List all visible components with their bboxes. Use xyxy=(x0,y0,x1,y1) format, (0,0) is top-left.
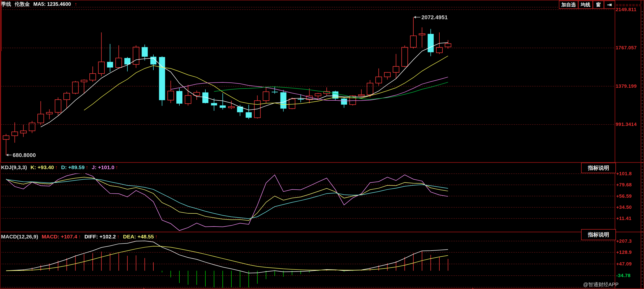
macd-diff-arrow-icon: ↑ xyxy=(117,234,120,240)
macd-indicator-help-label: 指标说明 xyxy=(588,231,609,238)
kdj-header: KDJ(9,3,3) K: +93.40 ↑ D: +89.59 ↑ J: +1… xyxy=(1,164,118,170)
macd-title: MACD(12,26,9) xyxy=(1,234,38,240)
skip-to-end-button[interactable]: ⇥ xyxy=(604,1,615,9)
macd-axis-label-3: +47.09 xyxy=(616,261,632,267)
macd-diff-value: DIFF: +102.2 xyxy=(84,234,116,240)
main-axis-label-2: 1767.057 xyxy=(616,45,637,51)
kdj-d-arrow-icon: ↑ xyxy=(86,164,88,170)
add-watchlist-label: 加自选 xyxy=(561,2,576,8)
kdj-d-value: D: +89.59 xyxy=(61,164,85,170)
window-button[interactable]: 窗 xyxy=(593,1,604,9)
period-label: 季线 xyxy=(1,1,11,8)
main-axis-label-4: 991.3414 xyxy=(616,122,637,127)
skip-to-end-icon: ⇥ xyxy=(607,2,612,8)
macd-value: MACD: +107.4 xyxy=(42,234,77,240)
up-arrow-icon: ↑ xyxy=(75,1,77,7)
kdj-indicator-help-label: 指标说明 xyxy=(588,164,609,171)
kdj-axis-label-4: +34.50 xyxy=(616,205,632,210)
macd-axis-label-2: +128.9 xyxy=(616,250,632,255)
high-annotation: 2072.4951 xyxy=(421,14,448,21)
kdj-indicator-help-button[interactable]: 指标说明 xyxy=(581,163,616,173)
trading-app-window: { "header": { "period": "季线", "symbol": … xyxy=(0,0,644,289)
watermark: @智通财经APP xyxy=(583,281,618,288)
kdj-j-value: J: +101.0 xyxy=(92,164,114,170)
macd-dea-value: DEA: +48.55 xyxy=(123,234,154,240)
kdj-axis-label-5: +11.41 xyxy=(616,216,632,221)
low-annotation: 680.8000 xyxy=(13,152,36,159)
chart-header: 季线 伦敦金 MA5: 1235.4600 ↑ xyxy=(1,1,77,8)
ma-settings-label: 均线 xyxy=(581,2,590,8)
add-watchlist-button[interactable]: 加自选 xyxy=(559,1,578,9)
macd-indicator-help-button[interactable]: 指标说明 xyxy=(581,229,616,240)
chart-canvas[interactable] xyxy=(0,0,644,289)
ma-settings-button[interactable]: 均线 xyxy=(578,1,593,9)
kdj-axis-label-1: +101.8 xyxy=(616,171,632,176)
macd-arrow-icon: ↑ xyxy=(78,234,81,240)
kdj-title: KDJ(9,3,3) xyxy=(1,164,27,170)
main-axis-label-1: 2149.811 xyxy=(616,7,636,12)
kdj-k-arrow-icon: ↑ xyxy=(55,164,58,170)
symbol-label: 伦敦金 xyxy=(15,1,30,8)
macd-dea-arrow-icon: ↑ xyxy=(155,234,158,240)
kdj-axis-label-2: +79.68 xyxy=(616,182,632,188)
main-axis-label-3: 1379.199 xyxy=(616,83,637,89)
ma5-value: MA5: 1235.4600 xyxy=(33,1,71,7)
kdj-axis-label-3: +56.59 xyxy=(616,193,632,199)
macd-axis-label-4: -34.78 xyxy=(616,273,631,278)
kdj-k-value: K: +93.40 xyxy=(31,164,54,170)
macd-axis-label-1: +207.3 xyxy=(616,238,632,244)
window-label: 窗 xyxy=(596,2,601,8)
macd-header: MACD(12,26,9) MACD: +107.4 ↑ DIFF: +102.… xyxy=(1,234,157,240)
kdj-j-arrow-icon: ↑ xyxy=(115,164,118,170)
